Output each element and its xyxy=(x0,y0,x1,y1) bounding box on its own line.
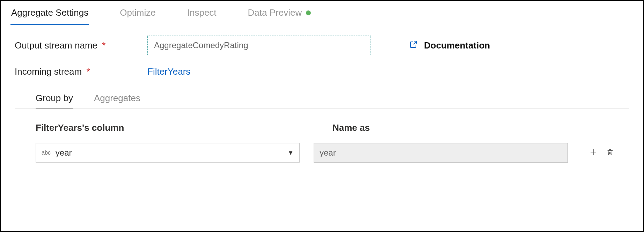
incoming-stream-label: Incoming stream * xyxy=(15,66,147,77)
aggregate-settings-panel: Aggregate Settings Optimize Inspect Data… xyxy=(0,0,644,232)
sub-tabs: Group by Aggregates xyxy=(15,88,629,108)
plus-icon xyxy=(589,148,598,158)
columns-area: FilterYears's column Name as abc year ▼ xyxy=(15,108,629,163)
documentation-label: Documentation xyxy=(424,40,490,51)
required-asterisk: * xyxy=(102,40,105,51)
output-stream-label: Output stream name * xyxy=(15,40,147,51)
top-tabs: Aggregate Settings Optimize Inspect Data… xyxy=(1,1,643,25)
tab-aggregate-settings[interactable]: Aggregate Settings xyxy=(10,1,89,25)
source-column-value: year xyxy=(56,148,72,158)
incoming-stream-link[interactable]: FilterYears xyxy=(147,66,190,77)
add-row-button[interactable] xyxy=(588,148,599,158)
source-column-dropdown[interactable]: abc year ▼ xyxy=(36,143,300,163)
incoming-stream-row: Incoming stream * FilterYears xyxy=(15,66,629,77)
column-headers: FilterYears's column Name as xyxy=(36,122,615,133)
column-header-name-as: Name as xyxy=(332,122,605,133)
subtab-group-by[interactable]: Group by xyxy=(36,88,73,108)
chevron-down-icon: ▼ xyxy=(287,149,294,157)
required-asterisk: * xyxy=(86,66,90,77)
type-badge: abc xyxy=(42,150,51,156)
tab-inspect[interactable]: Inspect xyxy=(186,1,217,25)
column-row: abc year ▼ xyxy=(36,143,615,163)
delete-row-button[interactable] xyxy=(605,148,615,158)
subtab-aggregates[interactable]: Aggregates xyxy=(94,88,140,108)
status-dot-icon xyxy=(306,10,311,15)
tab-data-preview[interactable]: Data Preview xyxy=(247,1,312,25)
incoming-stream-label-text: Incoming stream xyxy=(15,66,82,77)
trash-icon xyxy=(606,148,614,158)
tab-optimize[interactable]: Optimize xyxy=(119,1,156,25)
form-area: Output stream name * Documentation Incom… xyxy=(1,25,643,166)
row-actions xyxy=(588,148,615,158)
name-as-input[interactable] xyxy=(314,143,568,163)
tab-data-preview-label: Data Preview xyxy=(248,7,302,18)
documentation-link[interactable]: Documentation xyxy=(409,40,490,51)
external-link-icon xyxy=(409,40,418,51)
output-stream-label-text: Output stream name xyxy=(15,40,97,51)
output-stream-name-input[interactable] xyxy=(147,36,371,55)
column-header-source: FilterYears's column xyxy=(36,122,319,133)
output-stream-row: Output stream name * Documentation xyxy=(15,36,629,55)
